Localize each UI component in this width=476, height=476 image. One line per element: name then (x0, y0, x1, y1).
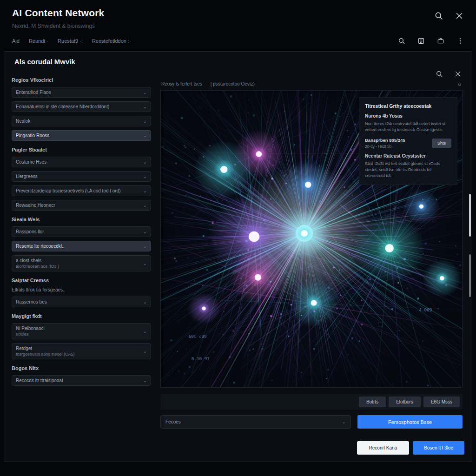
panel-content: Regios VfkoclriclEnterarliod Flace⌄Eonan… (4, 67, 472, 435)
sidebar-select[interactable]: Pingsotio Rooss⌄ (12, 130, 151, 141)
header-search-icon[interactable] (434, 11, 443, 20)
chevron-down-icon: ⌄ (143, 230, 147, 234)
card-save-button[interactable]: Shts (432, 139, 451, 148)
menubar: AidReundt ·Ruestat9 ·:Reostefetlddon :· (0, 33, 476, 49)
svg-text:60t c09: 60t c09 (189, 334, 207, 339)
svg-text:4.009: 4.009 (419, 308, 432, 312)
sidebar-select[interactable]: Llergreess⌄ (12, 171, 151, 182)
main-close-icon[interactable] (454, 70, 462, 78)
scrollbar-thumb[interactable] (469, 194, 471, 237)
briefcase-icon[interactable] (437, 37, 444, 45)
sidebar-select[interactable]: Preverctzcrderap trsciesroetrvels (r.A c… (12, 185, 151, 196)
sidebar-select[interactable]: Rewaeinc Heonecr⌄ (12, 200, 151, 211)
chevron-down-icon: ⌄ (143, 134, 147, 138)
viz-toolbar-button-1[interactable]: Botrts (359, 397, 386, 407)
sidebar-section-label: Pagler Sbaalct (12, 147, 151, 152)
sidebar-helper-text: Etlrals ttrok tia forsgeaes.. (12, 287, 151, 292)
card-section1-body: Non tteres t2ib ceotrvatel ttdl cetert t… (365, 121, 451, 133)
sidebar-select[interactable]: Recocds ltr ttraislpooat⌄ (12, 375, 151, 386)
sidebar-select[interactable]: Retdgettosrgoeousto atioo steoel (CA5)⌄ (12, 343, 151, 359)
sidebar-select[interactable]: a clost shelsteorcrreosert oos rlO3 )⌄ (12, 255, 151, 271)
sidebar-select[interactable]: Costarne Hses⌄ (12, 157, 151, 167)
footer-primary-button[interactable]: Bosen lt l 3loe (413, 441, 464, 455)
menubar-items: AidReundt ·Ruestat9 ·:Reostefetlddon :· (12, 38, 140, 44)
chevron-down-icon: ⌄ (342, 420, 346, 424)
chevron-down-icon: ⌄ (143, 119, 147, 123)
chevron-down-icon: ⌄ (143, 379, 147, 383)
menu-item-1[interactable]: Aid (12, 38, 20, 44)
sidebar-section-label: Sieala Wels (12, 217, 151, 222)
document-list-icon[interactable] (417, 37, 425, 45)
sidebar-select[interactable]: Ni Pelbonaoclsciules⌄ (12, 323, 151, 339)
subhead-left: Reosy ls ferlert tses (161, 81, 202, 86)
chevron-down-icon: ⌄ (143, 262, 147, 265)
card-stat-label: Bansprben 805/245 (365, 138, 405, 143)
app-title: AI Content Network (12, 7, 104, 19)
kebab-menu-icon[interactable] (456, 37, 464, 45)
main-area: Reosy ls ferlert tses [ pssturecotoo Oev… (160, 69, 464, 435)
sidebar-select[interactable]: Resente lte rtecoecdkl..⌄ (12, 241, 151, 251)
info-card: Titrestieal Grthy ateecoestak Nurons 4b … (359, 97, 457, 185)
corner-glyph: a (458, 81, 461, 86)
app-header: AI Content Network Nexrid, M Shwident & … (0, 0, 476, 33)
app-subtitle: Nexrid, M Shwident & bionswings (12, 23, 104, 29)
panel-footer: Reconrl Kana Bosen lt l 3loe (4, 435, 472, 462)
viz-toolbar: BotrtsElotborsE6G Msss (160, 394, 463, 410)
sidebar: Regios VfkoclriclEnterarliod Flace⌄Eonan… (12, 69, 151, 435)
chevron-down-icon: ⌄ (143, 175, 147, 178)
menu-item-4[interactable]: Reostefetlddon :· (92, 38, 131, 44)
sidebar-select[interactable]: Eonanatuetrsl in ste clateasne Nberdordd… (12, 101, 151, 112)
card-stat-sub: 20-tly - Hs2t tib (365, 144, 405, 149)
footer-secondary-button[interactable]: Reconrl Kana (357, 441, 410, 455)
card-title: Titrestieal Grthy ateecoestak (365, 103, 451, 109)
sidebar-section-label: Salptat Cremss (12, 278, 151, 283)
svg-text:0.10 97: 0.10 97 (192, 357, 210, 361)
network-visualization: 0.10 9760t c094.009 Titrestieal Grthy at… (160, 90, 463, 388)
bottom-select[interactable]: Fecoes ⌄ (160, 415, 351, 429)
bottom-select-value: Fecoes (165, 419, 181, 424)
scrollbar-thumb[interactable] (469, 254, 471, 297)
sidebar-select[interactable]: Enterarliod Flace⌄ (12, 87, 151, 98)
chevron-down-icon: ⌄ (143, 350, 147, 353)
viz-toolbar-button-2[interactable]: Elotbors (389, 397, 421, 407)
sidebar-select[interactable]: Rassernos bes⌄ (12, 297, 151, 307)
panel-title: Als corudal Mwvik (4, 52, 472, 67)
header-close-icon[interactable] (455, 11, 464, 20)
chevron-down-icon: ⌄ (143, 160, 147, 164)
apply-primary-button[interactable]: Fersosphotos Bsse (357, 415, 463, 429)
viz-toolbar-button-3[interactable]: E6G Msss (423, 397, 460, 407)
main-search-icon[interactable] (436, 70, 443, 78)
sidebar-section-label: Bogos Nltx (12, 365, 151, 371)
menu-item-2[interactable]: Reundt · (29, 38, 48, 44)
main-panel: Als corudal Mwvik Regios VfkoclriclEnter… (4, 51, 472, 462)
menu-item-3[interactable]: Ruestat9 ·: (58, 38, 83, 44)
chevron-down-icon: ⌄ (143, 189, 147, 193)
chevron-down-icon: ⌄ (143, 105, 147, 109)
subhead-right: [ pssturecotoo Oevtz) (211, 81, 255, 86)
sidebar-select[interactable]: Rasspons llor⌄ (12, 226, 151, 237)
chevron-down-icon: ⌄ (143, 91, 147, 94)
sidebar-select[interactable]: Nealok⌄ (12, 116, 151, 126)
chevron-down-icon: ⌄ (143, 300, 147, 304)
sidebar-section-label: Maygigt fkdt (12, 313, 151, 319)
card-section1-title: Nurons 4b Yosas (365, 113, 451, 119)
chevron-down-icon: ⌄ (143, 245, 147, 248)
card-section2-title: Neentar Rateust Ceystsster (365, 153, 451, 159)
chevron-down-icon: ⌄ (143, 330, 147, 333)
card-section2-body: Stcd t2o3t vsl tert ecdtct gteoec st rOc… (365, 161, 451, 179)
menubar-search-icon[interactable] (398, 37, 405, 45)
chevron-down-icon: ⌄ (143, 204, 147, 207)
sidebar-section-label: Regios Vfkoclricl (12, 77, 151, 83)
